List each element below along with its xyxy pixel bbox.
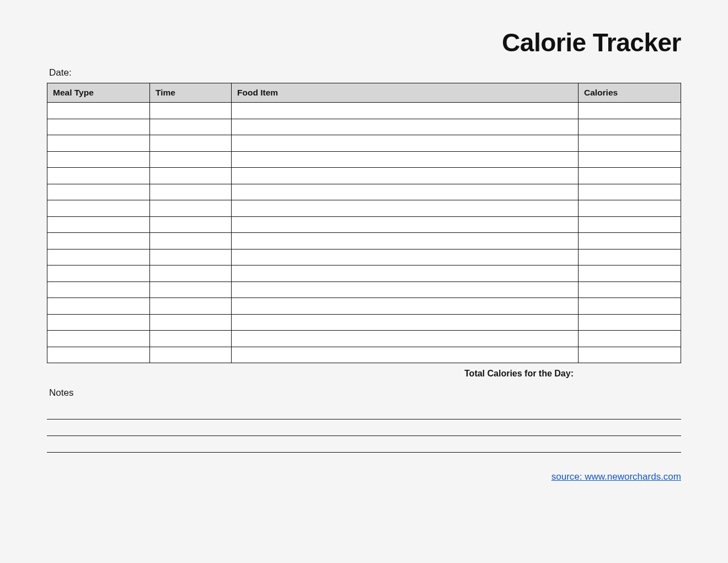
col-header-meal-type: Meal Type bbox=[47, 83, 150, 103]
table-row bbox=[47, 233, 681, 249]
cell-calories[interactable] bbox=[579, 151, 681, 168]
table-row bbox=[47, 151, 681, 168]
cell-time[interactable] bbox=[150, 119, 232, 135]
cell-food_item[interactable] bbox=[232, 200, 579, 217]
col-header-calories: Calories bbox=[579, 83, 681, 103]
cell-food_item[interactable] bbox=[232, 347, 579, 363]
cell-time[interactable] bbox=[150, 135, 232, 152]
note-line[interactable] bbox=[47, 419, 681, 436]
cell-calories[interactable] bbox=[579, 331, 681, 347]
cell-calories[interactable] bbox=[579, 200, 681, 217]
cell-calories[interactable] bbox=[579, 135, 681, 152]
cell-meal_type[interactable] bbox=[47, 216, 150, 233]
cell-calories[interactable] bbox=[579, 103, 681, 119]
cell-calories[interactable] bbox=[579, 298, 681, 315]
table-row bbox=[47, 249, 681, 265]
cell-calories[interactable] bbox=[579, 216, 681, 233]
table-row bbox=[47, 298, 681, 315]
cell-meal_type[interactable] bbox=[47, 298, 150, 315]
table-row bbox=[47, 331, 681, 347]
notes-label: Notes bbox=[49, 387, 681, 399]
cell-time[interactable] bbox=[150, 314, 232, 331]
table-row bbox=[47, 265, 681, 282]
cell-food_item[interactable] bbox=[232, 265, 579, 282]
cell-time[interactable] bbox=[150, 249, 232, 265]
cell-calories[interactable] bbox=[579, 314, 681, 331]
table-row bbox=[47, 200, 681, 217]
table-row bbox=[47, 103, 681, 119]
cell-meal_type[interactable] bbox=[47, 233, 150, 249]
cell-time[interactable] bbox=[150, 184, 232, 200]
total-calories-label: Total Calories for the Day: bbox=[47, 369, 681, 379]
cell-meal_type[interactable] bbox=[47, 331, 150, 347]
note-line[interactable] bbox=[47, 403, 681, 419]
cell-calories[interactable] bbox=[579, 233, 681, 249]
table-row bbox=[47, 184, 681, 200]
cell-time[interactable] bbox=[150, 233, 232, 249]
cell-food_item[interactable] bbox=[232, 249, 579, 265]
cell-meal_type[interactable] bbox=[47, 135, 150, 152]
cell-meal_type[interactable] bbox=[47, 184, 150, 200]
cell-food_item[interactable] bbox=[232, 216, 579, 233]
cell-food_item[interactable] bbox=[232, 282, 579, 298]
cell-meal_type[interactable] bbox=[47, 103, 150, 119]
cell-meal_type[interactable] bbox=[47, 249, 150, 265]
cell-meal_type[interactable] bbox=[47, 265, 150, 282]
cell-food_item[interactable] bbox=[232, 135, 579, 152]
cell-calories[interactable] bbox=[579, 347, 681, 363]
table-row bbox=[47, 168, 681, 184]
table-row bbox=[47, 135, 681, 152]
calorie-table: Meal Type Time Food Item Calories bbox=[47, 83, 681, 363]
cell-food_item[interactable] bbox=[232, 151, 579, 168]
cell-food_item[interactable] bbox=[232, 184, 579, 200]
cell-time[interactable] bbox=[150, 331, 232, 347]
cell-time[interactable] bbox=[150, 347, 232, 363]
source-attribution: source: www.neworchards.com bbox=[47, 471, 681, 482]
cell-calories[interactable] bbox=[579, 119, 681, 135]
cell-time[interactable] bbox=[150, 282, 232, 298]
cell-calories[interactable] bbox=[579, 265, 681, 282]
cell-food_item[interactable] bbox=[232, 314, 579, 331]
cell-food_item[interactable] bbox=[232, 119, 579, 135]
table-row bbox=[47, 216, 681, 233]
cell-meal_type[interactable] bbox=[47, 168, 150, 184]
table-row bbox=[47, 347, 681, 363]
cell-time[interactable] bbox=[150, 151, 232, 168]
cell-calories[interactable] bbox=[579, 249, 681, 265]
date-label: Date: bbox=[49, 67, 681, 78]
source-link[interactable]: source: www.neworchards.com bbox=[552, 471, 681, 482]
cell-meal_type[interactable] bbox=[47, 347, 150, 363]
cell-meal_type[interactable] bbox=[47, 119, 150, 135]
cell-meal_type[interactable] bbox=[47, 200, 150, 217]
cell-calories[interactable] bbox=[579, 184, 681, 200]
cell-time[interactable] bbox=[150, 216, 232, 233]
cell-time[interactable] bbox=[150, 168, 232, 184]
cell-food_item[interactable] bbox=[232, 298, 579, 315]
cell-food_item[interactable] bbox=[232, 331, 579, 347]
table-header-row: Meal Type Time Food Item Calories bbox=[47, 83, 681, 103]
cell-time[interactable] bbox=[150, 265, 232, 282]
table-row bbox=[47, 119, 681, 135]
cell-calories[interactable] bbox=[579, 282, 681, 298]
cell-calories[interactable] bbox=[579, 168, 681, 184]
page-title: Calorie Tracker bbox=[47, 28, 681, 57]
table-row bbox=[47, 282, 681, 298]
cell-food_item[interactable] bbox=[232, 168, 579, 184]
cell-meal_type[interactable] bbox=[47, 314, 150, 331]
cell-meal_type[interactable] bbox=[47, 151, 150, 168]
col-header-time: Time bbox=[150, 83, 232, 103]
cell-food_item[interactable] bbox=[232, 233, 579, 249]
cell-time[interactable] bbox=[150, 103, 232, 119]
col-header-food-item: Food Item bbox=[232, 83, 579, 103]
cell-time[interactable] bbox=[150, 200, 232, 217]
table-row bbox=[47, 314, 681, 331]
cell-time[interactable] bbox=[150, 298, 232, 315]
note-line[interactable] bbox=[47, 436, 681, 453]
cell-meal_type[interactable] bbox=[47, 282, 150, 298]
cell-food_item[interactable] bbox=[232, 103, 579, 119]
